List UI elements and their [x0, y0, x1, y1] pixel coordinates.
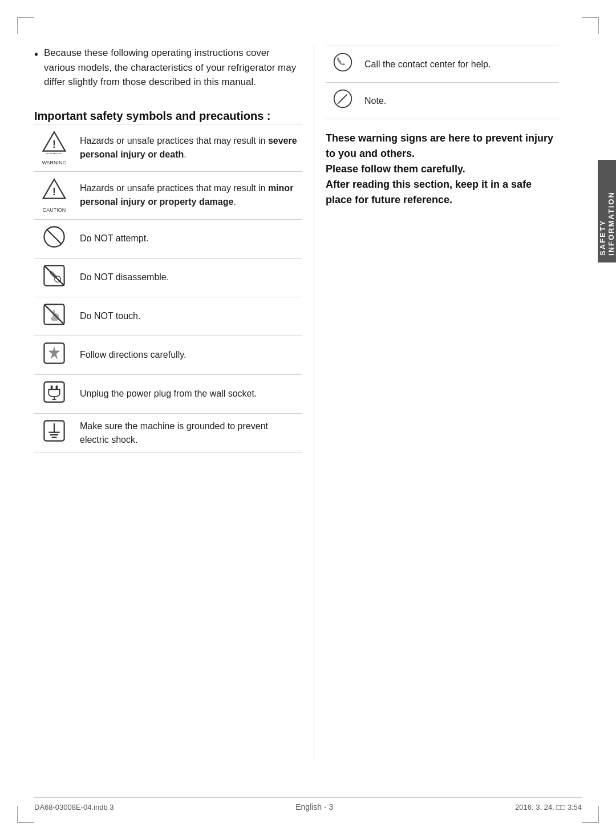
right-symbol-table: Call the contact center for help. Note.: [326, 46, 559, 119]
svg-line-27: [338, 103, 339, 104]
svg-line-26: [339, 95, 347, 103]
table-row: Make sure the machine is grounded to pre…: [34, 413, 302, 453]
follow-directions-icon: [42, 341, 67, 366]
note-icon-cell: [326, 83, 360, 119]
grounded-cell: [34, 413, 74, 453]
warning-triangle-icon: ! WARNING: [42, 129, 67, 154]
corner-tr: [582, 17, 599, 34]
table-row: Do NOT disassemble.: [34, 258, 302, 297]
svg-line-6: [47, 229, 62, 244]
grounded-desc: Make sure the machine is grounded to pre…: [74, 413, 302, 453]
follow-directions-desc: Follow directions carefully.: [74, 336, 302, 374]
footer-left: DA68-03008E-04.indb 3: [34, 803, 114, 811]
right-column: Call the contact center for help. Note.: [314, 46, 559, 760]
footer-right: 2016. 3. 24. □□ 3:54: [515, 803, 582, 811]
table-row: Follow directions carefully.: [34, 336, 302, 374]
warning-desc: Hazards or unsafe practices that may res…: [74, 124, 302, 172]
note-icon: [333, 88, 353, 109]
do-not-touch-desc: Do NOT touch.: [74, 297, 302, 336]
footer-center: English - 3: [295, 802, 333, 811]
bullet-text: Because these following operating instru…: [44, 46, 302, 90]
svg-rect-16: [56, 385, 58, 389]
svg-point-24: [334, 54, 352, 71]
call-center-icon-cell: [326, 46, 360, 83]
do-not-attempt-desc: Do NOT attempt.: [74, 219, 302, 258]
svg-text:!: !: [52, 186, 56, 197]
side-tab-label: SAFETY INFORMATION: [598, 167, 615, 256]
do-not-disassemble-icon: [42, 263, 67, 288]
do-not-disassemble-cell: [34, 258, 74, 297]
unplug-cell: [34, 374, 74, 413]
table-row: ! CAUTION Hazards or unsafe practices th…: [34, 172, 302, 220]
corner-bl: [17, 806, 34, 823]
call-center-desc: Call the contact center for help.: [360, 46, 559, 83]
table-row: Do NOT touch.: [34, 297, 302, 336]
caution-icon-cell: ! CAUTION: [34, 172, 74, 220]
table-row: Call the contact center for help.: [326, 46, 559, 83]
section-heading: Important safety symbols and precautions…: [34, 108, 302, 124]
do-not-touch-icon: [42, 302, 67, 327]
svg-marker-13: [48, 345, 60, 359]
bullet-item: • Because these following operating inst…: [34, 46, 302, 90]
do-not-touch-cell: [34, 297, 74, 336]
corner-tl: [17, 17, 34, 34]
svg-text:!: !: [52, 139, 56, 150]
svg-text:WARNING: WARNING: [46, 151, 63, 154]
grounded-icon: [42, 418, 67, 443]
do-not-disassemble-desc: Do NOT disassemble.: [74, 258, 302, 297]
do-not-attempt-cell: [34, 219, 74, 258]
main-content: • Because these following operating inst…: [34, 46, 582, 760]
caution-triangle-icon: !: [42, 176, 67, 201]
side-tab: SAFETY INFORMATION: [598, 160, 616, 262]
svg-rect-15: [51, 385, 53, 389]
footer: DA68-03008E-04.indb 3 English - 3 2016. …: [34, 797, 582, 811]
bullet-section: • Because these following operating inst…: [34, 46, 302, 90]
warning-icon-cell: ! WARNING WARNING: [34, 124, 74, 172]
corner-br: [582, 806, 599, 823]
unplug-desc: Unplug the power plug from the wall sock…: [74, 374, 302, 413]
table-row: Unplug the power plug from the wall sock…: [34, 374, 302, 413]
left-column: • Because these following operating inst…: [34, 46, 314, 760]
unplug-icon: [42, 379, 67, 405]
warning-text: These warning signs are here to prevent …: [326, 131, 559, 208]
call-center-icon: [333, 52, 353, 72]
warning-label: WARNING: [37, 159, 71, 167]
do-not-attempt-icon: [42, 224, 67, 249]
page: SAFETY INFORMATION • Because these follo…: [0, 0, 616, 840]
follow-directions-cell: [34, 336, 74, 374]
table-row: Do NOT attempt.: [34, 219, 302, 258]
caution-label: CAUTION: [37, 207, 71, 215]
caution-desc: Hazards or unsafe practices that may res…: [74, 172, 302, 220]
bullet-dot: •: [34, 46, 38, 90]
note-desc: Note.: [360, 83, 559, 119]
symbol-table: ! WARNING WARNING Hazards or unsafe prac…: [34, 124, 302, 453]
table-row: ! WARNING WARNING Hazards or unsafe prac…: [34, 124, 302, 172]
table-row: Note.: [326, 83, 559, 119]
